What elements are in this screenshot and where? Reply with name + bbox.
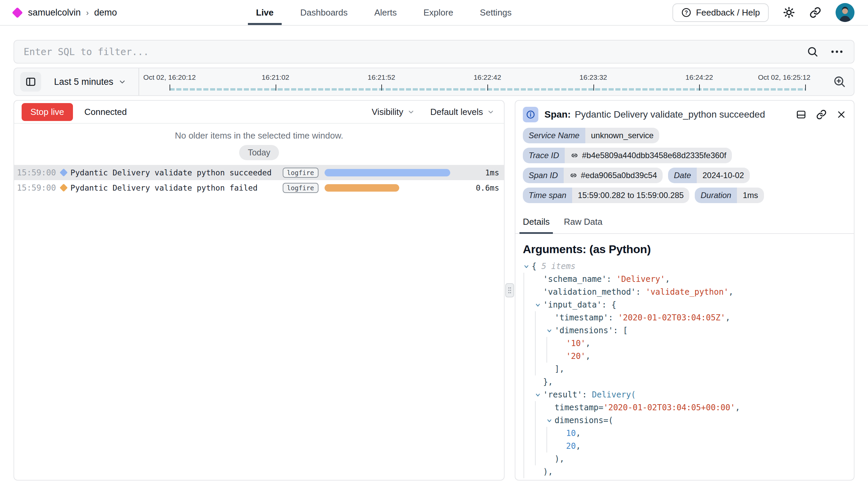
collapse-caret-icon[interactable] [546,324,555,337]
indent-guide [524,311,535,324]
code-token: ), [543,465,553,478]
attribute-label: Time span [523,188,572,203]
day-separator-badge[interactable]: Today [239,145,279,160]
attribute-badge-time-span: Time span15:59:00.282 to 15:59:00.285 [523,188,689,203]
breadcrumb-org[interactable]: samuelcolvin [28,7,81,18]
sql-filter-bar [14,40,854,64]
collapse-caret-icon[interactable] [524,260,532,273]
tab-details[interactable]: Details [523,214,550,233]
main-nav: LiveDashboardsAlertsExploreSettings [256,0,512,25]
breadcrumb-project[interactable]: demo [94,7,117,18]
chevron-down-icon [487,108,494,116]
code-line: ), [524,453,846,465]
indent-guide [535,337,546,350]
duration-bar[interactable] [325,184,399,192]
collapse-caret-icon[interactable] [535,298,543,311]
duration-bar[interactable] [325,169,450,176]
span-attributes: Service Nameunknown_serviceTrace ID#b4e5… [515,127,854,203]
timeline-tick-mark [699,84,700,91]
attribute-badge-trace-id: Trace ID#b4e5809a440dbb3458e68d2335fe360… [523,148,732,163]
code-token: : [ [613,324,628,337]
drag-dots-icon [508,287,512,294]
attribute-badge-date: Date2024-10-02 [668,168,749,183]
attribute-badge-service-name: Service Nameunknown_service [523,128,659,143]
share-link-button[interactable] [809,6,821,19]
code-line: ), [524,465,846,478]
attribute-label: Trace ID [523,148,565,163]
logfire-logo-icon[interactable] [12,7,23,18]
collapse-caret-icon[interactable] [546,414,555,427]
link-icon[interactable] [569,171,578,179]
feedback-help-label: Feedback / Help [696,7,760,18]
collapse-caret-icon[interactable] [535,388,543,401]
code-token: timestamp= [555,401,604,414]
code-line: 'validation_method': 'validate_python', [524,286,846,298]
attribute-value: #eda9065a0bd39c54 [564,168,663,183]
chevron-down-icon [407,108,415,116]
sidebar-toggle-icon [25,76,36,88]
tab-raw-data[interactable]: Raw Data [564,214,602,233]
indent-guide [535,440,546,453]
code-token: 'validation_method' [543,286,636,298]
scope-badge: logfire [283,183,318,193]
timeline-zoom-button[interactable] [833,75,846,89]
code-token: '2020-01-02T03:04:05Z' [618,311,725,324]
live-feed-header: Stop live Connected Visibility Default l… [14,101,504,124]
panel-gutter [505,100,515,481]
timeline-tick-mark [170,84,170,91]
more-options-icon [830,50,844,54]
indent-guide [524,440,535,453]
caret-spacer [535,273,543,286]
tab-alerts[interactable]: Alerts [374,0,397,25]
copy-link-button[interactable] [816,109,827,120]
stop-live-button[interactable]: Stop live [22,103,73,121]
code-line: '20', [524,350,846,363]
code-token: : { [602,298,616,311]
link-icon[interactable] [570,151,579,160]
indent-guide [535,427,546,440]
code-line: 'timestamp': '2020-01-02T03:04:05Z', [524,311,846,324]
tab-settings[interactable]: Settings [480,0,512,25]
indent-guide [546,427,558,440]
indent-guide [524,453,535,465]
indent-guide [524,337,535,350]
time-range-select[interactable]: Last 5 minutes [54,77,126,87]
dock-bottom-button[interactable] [796,109,807,120]
info-icon [523,107,538,122]
indent-guide [535,453,546,465]
app-header: samuelcolvin › demo LiveDashboardsAlerts… [0,0,868,26]
span-detail-header: Span: Pydantic Delivery validate_python … [515,101,854,127]
log-row[interactable]: 15:59:00Pydantic Delivery validate_pytho… [14,165,504,180]
search-button[interactable] [807,46,819,58]
attribute-badge-span-id: Span ID#eda9065a0bd39c54 [523,168,663,183]
timeline-tick-label: Oct 02, 16:25:12 [758,73,810,81]
sql-filter-input[interactable] [24,46,807,57]
indent-guide [524,427,535,440]
visibility-dropdown[interactable]: Visibility [372,107,414,117]
indent-guide [524,375,535,388]
default-levels-dropdown[interactable]: Default levels [430,107,494,117]
avatar[interactable] [836,3,854,22]
feedback-help-button[interactable]: ? Feedback / Help [672,3,769,22]
code-line: }, [524,375,846,388]
timeline[interactable]: Oct 02, 16:20:1216:21:0216:21:5216:22:42… [170,68,805,95]
timeline-tick-label: 16:21:52 [367,73,395,81]
panel-resize-handle[interactable] [505,283,514,297]
close-panel-button[interactable] [836,109,846,120]
indent-guide [524,363,535,375]
theme-toggle-button[interactable] [783,6,795,19]
timeline-tick-label: Oct 02, 16:20:12 [143,73,196,81]
filter-options-button[interactable] [830,50,844,54]
code-token: '2020-01-02T03:04:05+00:00' [604,401,735,414]
log-message: Pydantic Delivery validate_python succee… [71,168,277,177]
tab-live[interactable]: Live [256,0,274,25]
tab-explore[interactable]: Explore [424,0,453,25]
code-token: { [532,260,541,273]
sidebar-toggle-button[interactable] [20,72,41,92]
tab-dashboards[interactable]: Dashboards [300,0,348,25]
log-row[interactable]: 15:59:00Pydantic Delivery validate_pytho… [14,180,504,195]
timeline-tick-mark [805,84,806,91]
timeline-tick-label: 16:21:02 [262,73,289,81]
indent-guide [535,363,546,375]
indent-guide [524,401,535,414]
